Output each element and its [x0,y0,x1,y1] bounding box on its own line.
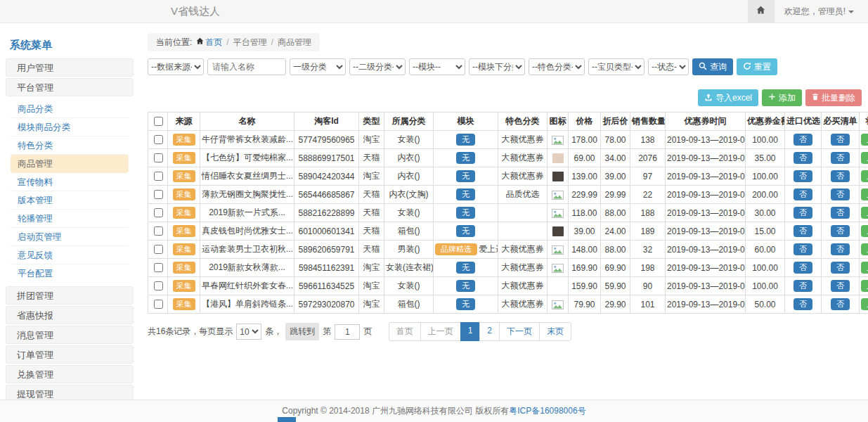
sidebar-subitem-商品分类[interactable]: 商品分类 [11,100,129,118]
sidebar-item-拼团管理[interactable]: 拼团管理 [6,286,134,305]
batch-delete-button[interactable]: 批量删除 [805,89,862,106]
jump-button[interactable]: 跳转到 [285,323,319,340]
source-badge: 采集 [173,280,195,293]
page-button-首页[interactable]: 首页 [389,322,421,341]
status-badge[interactable]: 上架 [861,134,868,146]
source-badge: 采集 [173,188,195,201]
add-button[interactable]: 添加 [762,89,802,106]
filter-select-0[interactable]: --数据来源-- [148,58,204,75]
sales-cell: 188 [630,204,666,222]
page-button-下一页[interactable]: 下一页 [499,322,540,341]
row-checkbox[interactable] [154,300,163,309]
home-button[interactable] [748,0,775,23]
import-choice-toggle[interactable]: 否 [793,262,812,274]
sidebar-subitem-轮播管理[interactable]: 轮播管理 [11,210,129,228]
column-header-折后价: 折后价 [601,113,630,131]
breadcrumb-home-link[interactable]: 首页 [196,37,222,49]
sidebar-item-消息管理[interactable]: 消息管理 [6,326,134,344]
select-all-checkbox[interactable] [154,117,163,126]
sidebar-item-用户管理[interactable]: 用户管理 [6,58,134,77]
page-button-末页[interactable]: 末页 [539,322,571,341]
name-search-input[interactable] [207,58,286,75]
chevron-down-icon [848,11,854,13]
page-button-2[interactable]: 2 [479,322,500,341]
sidebar-subitem-宣传物料[interactable]: 宣传物料 [11,173,129,191]
must-buy-toggle[interactable]: 否 [831,134,850,146]
icp-link[interactable]: 粤ICP备16098006号 [509,406,585,416]
must-buy-toggle[interactable]: 否 [831,207,850,219]
row-checkbox[interactable] [154,172,163,181]
source-badge: 采集 [173,298,195,311]
module-cell: 无 [434,186,498,204]
row-checkbox[interactable] [154,281,163,290]
import-choice-toggle[interactable]: 否 [793,207,812,219]
type-cell: 淘宝 [359,167,384,186]
must-buy-toggle[interactable]: 否 [831,298,850,311]
row-checkbox[interactable] [154,226,163,236]
must-buy-toggle[interactable]: 否 [831,243,850,256]
must-buy-toggle[interactable]: 否 [831,225,850,238]
status-badge[interactable]: 上架 [861,225,868,238]
status-cell: 上架 [860,277,868,295]
taoke-id-cell: 577479560965 [294,131,359,149]
status-badge[interactable]: 上架 [861,298,868,311]
filter-select-6[interactable]: --特色分类-- [529,58,585,75]
import-choice-toggle[interactable]: 否 [793,152,812,165]
reset-button[interactable]: 重置 [737,58,777,75]
row-checkbox[interactable] [154,245,163,254]
row-checkbox[interactable] [154,263,163,272]
icon-cell [548,131,569,149]
filter-select-8[interactable]: --状态-- [648,58,689,75]
sidebar-subitem-特色分类[interactable]: 特色分类 [11,136,129,155]
row-checkbox[interactable] [154,135,163,144]
sidebar-item-订单管理[interactable]: 订单管理 [6,345,134,364]
sidebar-item-兑换管理[interactable]: 兑换管理 [6,365,134,383]
status-badge[interactable]: 上架 [861,170,868,183]
filter-select-7[interactable]: --宝贝类型-- [588,58,644,75]
page-button-1[interactable]: 1 [460,322,481,341]
import-excel-button[interactable]: 导入excel [698,89,758,106]
sidebar-subitem-平台配置[interactable]: 平台配置 [11,264,129,283]
module-badge: 品牌精选 [435,243,477,256]
sidebar-subitem-模块商品分类[interactable]: 模块商品分类 [11,118,129,136]
search-button[interactable]: 查询 [692,58,733,75]
sidebar-item-省惠快报[interactable]: 省惠快报 [6,306,134,324]
user-menu[interactable]: 欢迎您，管理员! [775,0,868,23]
import-choice-toggle[interactable]: 否 [793,298,812,311]
must-buy-toggle[interactable]: 否 [831,188,850,201]
row-checkbox[interactable] [154,190,163,199]
jump-page-input[interactable] [335,324,360,340]
filter-select-5[interactable]: --模块下分类-- [469,58,525,75]
coupon-amount-cell: 35.00 [746,149,785,167]
status-badge[interactable]: 上架 [861,188,868,201]
sidebar-item-平台管理[interactable]: 平台管理 [6,78,134,96]
filter-select-2[interactable]: 一级分类 [290,58,346,75]
import-choice-toggle[interactable]: 否 [793,134,812,146]
status-badge[interactable]: 上架 [861,243,868,256]
import-choice-toggle[interactable]: 否 [793,280,812,293]
must-buy-toggle[interactable]: 否 [831,152,850,165]
import-choice-toggle[interactable]: 否 [793,225,812,238]
sidebar-subitem-版本管理[interactable]: 版本管理 [11,191,129,210]
row-checkbox[interactable] [154,153,163,162]
filter-select-3[interactable]: --二级分类-- [349,58,406,75]
sidebar-subitem-商品管理[interactable]: 商品管理 [11,155,129,173]
status-badge[interactable]: 上架 [861,152,868,165]
import-choice-toggle[interactable]: 否 [793,188,812,201]
status-badge[interactable]: 上架 [861,262,868,274]
filter-select-4[interactable]: --模块-- [409,58,465,75]
status-badge[interactable]: 上架 [861,280,868,293]
name-cell: 真皮钱包时尚优雅女士... [200,222,294,241]
must-buy-toggle[interactable]: 否 [831,262,850,274]
page-size-select[interactable]: 10 [236,324,261,340]
row-checkbox[interactable] [154,208,163,217]
must-buy-toggle[interactable]: 否 [831,170,850,183]
page-button-上一页[interactable]: 上一页 [420,322,461,341]
sidebar-subitem-意见反馈[interactable]: 意见反馈 [11,246,129,264]
status-badge[interactable]: 上架 [861,207,868,219]
import-choice-toggle[interactable]: 否 [793,243,812,256]
import-choice-toggle[interactable]: 否 [793,170,812,183]
sidebar-subitem-启动页管理[interactable]: 启动页管理 [11,228,129,246]
source-cell: 采集 [168,295,200,314]
must-buy-toggle[interactable]: 否 [831,280,850,293]
